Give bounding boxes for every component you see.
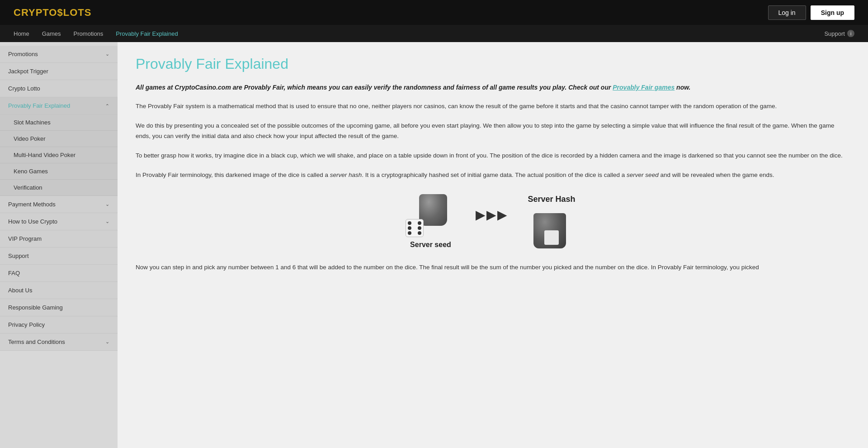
paragraph-3: To better grasp how it works, try imagin… [136,151,845,161]
chevron-down-icon: ⌄ [105,201,109,207]
sidebar-item-support-label: Support [8,253,29,259]
sidebar-item-terms[interactable]: Terms and Conditions ⌄ [0,334,118,351]
sidebar-item-jackpot[interactable]: Jackpot Trigger [0,63,118,80]
dot [418,221,421,225]
sidebar-sub-verification[interactable]: Verification [0,180,118,196]
logo-dollar: $ [57,7,63,18]
sidebar-item-payment[interactable]: Payment Methods ⌄ [0,196,118,213]
sidebar-item-privacy-label: Privacy Policy [8,321,45,328]
nav-home[interactable]: Home [14,30,29,37]
intro-text-before: All games at CryptoCasino.com are Provab… [136,84,613,91]
hash-inner-cube [544,230,559,245]
intro-paragraph: All games at CryptoCasino.com are Provab… [136,82,845,92]
sidebar-item-responsible-label: Responsible Gaming [8,304,63,311]
server-hash-diagram: Server Hash [528,195,575,248]
logo-text-right: LOTS [63,7,92,18]
paragraph-4: In Provably Fair terminology, this darke… [136,170,845,181]
dot [408,231,411,235]
sidebar-sub-multihand-poker[interactable]: Multi-Hand Video Poker [0,147,118,163]
sidebar-sub-slot-machines[interactable]: Slot Machines [0,114,118,131]
paragraph-1: The Provably Fair system is a mathematic… [136,101,845,112]
logo-text-left: CRYPTO [14,7,57,18]
server-seed-label: Server seed [410,241,451,249]
sidebar-item-faq[interactable]: FAQ [0,265,118,282]
sidebar-item-crypto-lotto-label: Crypto Lotto [8,85,40,92]
diagram-arrows: ▶ ▶ ▶ [476,207,507,222]
sidebar-item-support[interactable]: Support [0,248,118,265]
nav-promotions[interactable]: Promotions [74,30,104,37]
sidebar-item-how-crypto[interactable]: How to Use Crypto ⌄ [0,213,118,230]
sidebar-item-jackpot-label: Jackpot Trigger [8,68,48,75]
chevron-down-icon: ⌄ [105,51,109,57]
support-label: Support [824,30,845,37]
arrow-icon-1: ▶ [476,207,486,222]
dot-empty [413,231,416,235]
header-buttons: Log in Sign up [768,5,854,20]
login-button[interactable]: Log in [768,5,806,20]
dot-empty [413,226,416,230]
sidebar-item-provably-fair-label: Provably Fair Explained [8,102,70,109]
sidebar-item-privacy[interactable]: Privacy Policy [0,316,118,334]
intro-text-after: now. [675,84,690,91]
sidebar-sub-keno[interactable]: Keno Games [0,163,118,180]
header: CRYPTO$LOTS Log in Sign up [0,0,868,25]
sidebar-item-vip[interactable]: VIP Program [0,230,118,248]
sidebar-item-responsible[interactable]: Responsible Gaming [0,299,118,316]
main-content: Provably Fair Explained All games at Cry… [118,42,868,448]
nav-links: Home Games Promotions Provably Fair Expl… [14,30,178,37]
dot-empty [413,221,416,225]
server-seed-term: server seed [627,172,659,178]
provably-fair-games-link[interactable]: Provably Fair games [613,84,675,91]
sidebar-item-promotions[interactable]: Promotions ⌄ [0,46,118,63]
paragraph-5: Now you can step in and pick any number … [136,262,845,273]
dot [408,221,411,225]
sidebar-item-payment-label: Payment Methods [8,201,56,208]
sidebar: Promotions ⌄ Jackpot Trigger Crypto Lott… [0,42,118,448]
dot [418,231,421,235]
dot [418,226,421,230]
hash-cup-visual [533,208,570,248]
server-hash-term: server hash [330,172,362,178]
logo: CRYPTO$LOTS [14,7,91,19]
paragraph-2: We do this by presenting you a concealed… [136,121,845,142]
support-info-icon: i [847,30,854,37]
server-seed-diagram: Server seed [406,194,455,249]
server-hash-label: Server Hash [528,195,575,204]
page-title: Provably Fair Explained [136,56,845,72]
sidebar-item-how-crypto-label: How to Use Crypto [8,218,57,225]
chevron-down-icon: ⌄ [105,219,109,224]
arrow-icon-3: ▶ [497,207,507,222]
dice-shape [406,219,424,237]
nav-provably-fair[interactable]: Provably Fair Explained [116,30,178,37]
main-nav: Home Games Promotions Provably Fair Expl… [0,25,868,42]
sidebar-item-about-label: About Us [8,287,32,294]
nav-games[interactable]: Games [42,30,61,37]
sidebar-item-faq-label: FAQ [8,270,20,276]
signup-button[interactable]: Sign up [811,5,854,20]
chevron-down-icon: ⌄ [105,339,109,345]
dot [408,226,411,230]
sidebar-item-terms-label: Terms and Conditions [8,338,65,345]
sidebar-item-provably-fair[interactable]: Provably Fair Explained ⌄ [0,97,118,114]
sidebar-item-crypto-lotto[interactable]: Crypto Lotto [0,80,118,97]
sidebar-item-about[interactable]: About Us [0,282,118,299]
provably-fair-diagram: Server seed ▶ ▶ ▶ Server Hash [136,194,845,249]
sidebar-item-vip-label: VIP Program [8,235,42,242]
chevron-up-icon: ⌄ [105,103,109,109]
arrow-icon-2: ▶ [486,207,496,222]
dice-cup-visual [406,194,455,237]
page-layout: Promotions ⌄ Jackpot Trigger Crypto Lott… [0,42,868,448]
sidebar-item-promotions-label: Promotions [8,51,38,57]
sidebar-sub-video-poker[interactable]: Video Poker [0,131,118,147]
support-nav: Support i [824,30,854,37]
